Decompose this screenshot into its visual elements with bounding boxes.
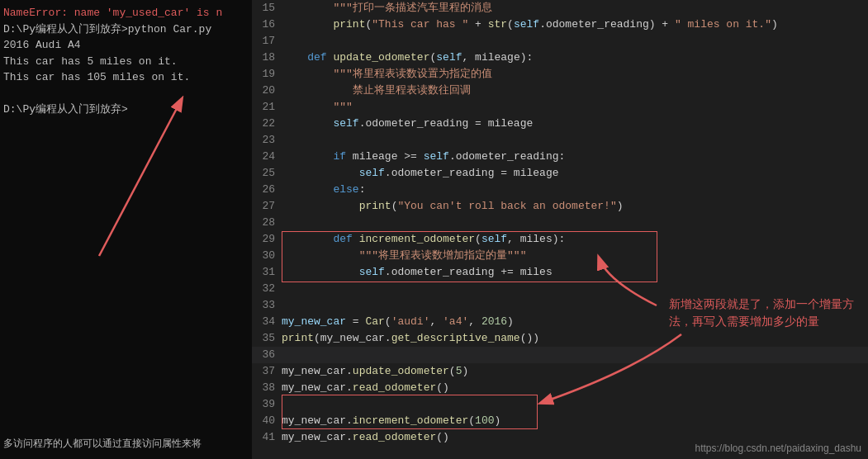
terminal-line bbox=[3, 86, 249, 102]
code-line-32: 32 bbox=[252, 281, 868, 297]
line-number: 24 bbox=[252, 149, 282, 165]
line-number: 36 bbox=[252, 347, 282, 363]
code-line-25: 25 self.odometer_reading = mileage bbox=[252, 165, 868, 182]
terminal-panel: NameError: name 'my_used_car' is n D:\Py… bbox=[0, 0, 252, 459]
line-number: 37 bbox=[252, 363, 282, 380]
code-line-18: 18 def update_odometer(self, mileage): bbox=[252, 50, 868, 66]
line-number: 40 bbox=[252, 413, 282, 429]
terminal-line: This car has 5 miles on it. bbox=[3, 54, 249, 70]
watermark: https://blog.csdn.net/paidaxing_dashu bbox=[695, 442, 861, 454]
code-line-31: 31 self.odometer_reading += miles bbox=[252, 264, 868, 281]
line-number: 33 bbox=[252, 297, 282, 314]
terminal-line: NameError: name 'my_used_car' is n bbox=[3, 5, 249, 21]
line-content: print("This car has " + str(self.odomete… bbox=[282, 17, 868, 33]
line-content: else: bbox=[282, 182, 868, 198]
code-line-16: 16 print("This car has " + str(self.odom… bbox=[252, 17, 868, 33]
line-number: 30 bbox=[252, 248, 282, 264]
line-number: 21 bbox=[252, 99, 282, 116]
code-line-26: 26 else: bbox=[252, 182, 868, 198]
code-line-20: 20 禁止将里程表读数往回调 bbox=[252, 83, 868, 99]
line-number: 18 bbox=[252, 50, 282, 66]
code-line-22: 22 self.odometer_reading = mileage bbox=[252, 116, 868, 132]
line-number: 15 bbox=[252, 0, 282, 17]
line-number: 32 bbox=[252, 281, 282, 297]
code-line-23: 23 bbox=[252, 132, 868, 149]
code-line-29: 29 def increment_odometer(self, miles): bbox=[252, 231, 868, 248]
code-editor-panel: 15 """打印一条描述汽车里程的消息 16 print("This car h… bbox=[252, 0, 868, 459]
code-line-19: 19 """将里程表读数设置为指定的值 bbox=[252, 66, 868, 83]
code-line-15: 15 """打印一条描述汽车里程的消息 bbox=[252, 0, 868, 17]
terminal-bottom-text: 多访问程序的人都可以通过直接访问属性来将 bbox=[3, 437, 202, 452]
line-number: 38 bbox=[252, 380, 282, 396]
line-content: self.odometer_reading = mileage bbox=[282, 116, 868, 132]
line-content: """将里程表读数设置为指定的值 bbox=[282, 66, 868, 83]
line-number: 41 bbox=[252, 429, 282, 446]
code-line-33: 33 bbox=[252, 297, 868, 314]
code-line-30: 30 """将里程表读数增加指定的量""" bbox=[252, 248, 868, 264]
line-content: my_new_car.update_odometer(5) bbox=[282, 363, 868, 380]
line-number: 17 bbox=[252, 33, 282, 50]
code-line-27: 27 print("You can't roll back an odomete… bbox=[252, 198, 868, 215]
line-number: 26 bbox=[252, 182, 282, 198]
line-content: """将里程表读数增加指定的量""" bbox=[282, 248, 868, 264]
line-content: def increment_odometer(self, miles): bbox=[282, 231, 868, 248]
line-content: print(my_new_car.get_descriptive_name()) bbox=[282, 330, 868, 347]
line-content: print("You can't roll back an odometer!"… bbox=[282, 198, 868, 215]
line-number: 23 bbox=[252, 132, 282, 149]
code-line-21: 21 """ bbox=[252, 99, 868, 116]
line-number: 27 bbox=[252, 198, 282, 215]
line-content: 禁止将里程表读数往回调 bbox=[282, 83, 868, 99]
code-line-39: 39 bbox=[252, 396, 868, 413]
code-line-35: 35 print(my_new_car.get_descriptive_name… bbox=[252, 330, 868, 347]
terminal-line: This car has 105 miles on it. bbox=[3, 69, 249, 86]
line-content: self.odometer_reading += miles bbox=[282, 264, 868, 281]
line-content: if mileage >= self.odometer_reading: bbox=[282, 149, 868, 165]
code-line-37: 37 my_new_car.update_odometer(5) bbox=[252, 363, 868, 380]
line-number: 39 bbox=[252, 396, 282, 413]
code-line-24: 24 if mileage >= self.odometer_reading: bbox=[252, 149, 868, 165]
code-area: 15 """打印一条描述汽车里程的消息 16 print("This car h… bbox=[252, 0, 868, 459]
line-number: 16 bbox=[252, 17, 282, 33]
line-number: 25 bbox=[252, 165, 282, 182]
line-content: my_new_car.increment_odometer(100) bbox=[282, 413, 868, 429]
line-number: 29 bbox=[252, 231, 282, 248]
code-line-36: 36 bbox=[252, 347, 868, 363]
terminal-line: D:\Py编程从入门到放弃>python Car.py bbox=[3, 21, 249, 38]
code-line-28: 28 bbox=[252, 215, 868, 231]
code-line-34: 34 my_new_car = Car('audi', 'a4', 2016) bbox=[252, 314, 868, 330]
code-line-38: 38 my_new_car.read_odometer() bbox=[252, 380, 868, 396]
line-content: """打印一条描述汽车里程的消息 bbox=[282, 0, 868, 17]
code-line-40: 40 my_new_car.increment_odometer(100) bbox=[252, 413, 868, 429]
terminal-line: 2016 Audi A4 bbox=[3, 37, 249, 54]
line-number: 22 bbox=[252, 116, 282, 132]
line-content: my_new_car = Car('audi', 'a4', 2016) bbox=[282, 314, 868, 330]
line-number: 34 bbox=[252, 314, 282, 330]
terminal-line: D:\Py编程从入门到放弃> bbox=[3, 102, 249, 118]
line-number: 20 bbox=[252, 83, 282, 99]
code-line-17: 17 bbox=[252, 33, 868, 50]
terminal-output: NameError: name 'my_used_car' is n D:\Py… bbox=[0, 0, 252, 459]
line-content: self.odometer_reading = mileage bbox=[282, 165, 868, 182]
line-number: 31 bbox=[252, 264, 282, 281]
line-number: 28 bbox=[252, 215, 282, 231]
line-content: def update_odometer(self, mileage): bbox=[282, 50, 868, 66]
line-number: 19 bbox=[252, 66, 282, 83]
line-content: my_new_car.read_odometer() bbox=[282, 380, 868, 396]
line-content: """ bbox=[282, 99, 868, 116]
line-number: 35 bbox=[252, 330, 282, 347]
